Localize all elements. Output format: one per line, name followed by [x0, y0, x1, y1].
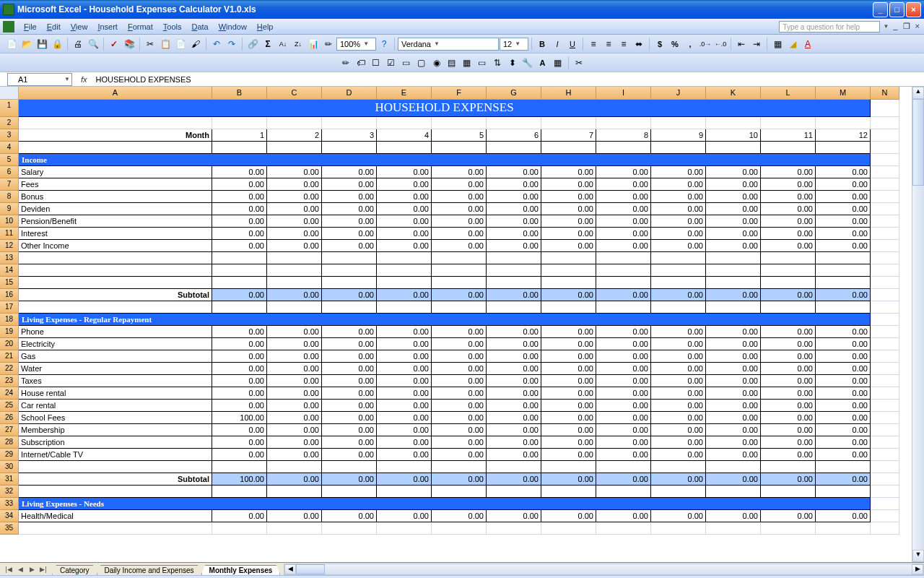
- data-cell[interactable]: 0.00: [541, 363, 596, 375]
- data-cell[interactable]: 0.00: [322, 203, 377, 215]
- data-cell[interactable]: 0.00: [432, 326, 487, 338]
- data-cell[interactable]: 0.00: [432, 375, 487, 387]
- row-header-24[interactable]: 24: [0, 387, 19, 400]
- cut-button[interactable]: ✂: [143, 37, 157, 51]
- vertical-scrollbar[interactable]: ▲ ▼: [912, 87, 924, 562]
- data-cell[interactable]: 0.00: [322, 191, 377, 203]
- spreadsheet-area[interactable]: ABCDEFGHIJKLMN1HOUSEHOLD EXPENSES23Month…: [0, 87, 924, 562]
- data-cell[interactable]: 0.00: [596, 387, 651, 400]
- data-cell[interactable]: 0.00: [541, 412, 596, 424]
- data-cell[interactable]: 0.00: [596, 375, 651, 387]
- data-cell[interactable]: 0.00: [487, 338, 541, 350]
- data-cell[interactable]: 0.00: [212, 400, 267, 412]
- zoom-combo[interactable]: 100%▼: [336, 38, 376, 51]
- scroll-thumb[interactable]: [912, 99, 924, 186]
- data-cell[interactable]: 0.00: [761, 449, 816, 461]
- col-header-M[interactable]: M: [816, 87, 871, 100]
- data-cell[interactable]: 0.00: [541, 203, 596, 215]
- col-header-H[interactable]: H: [541, 87, 596, 100]
- data-cell[interactable]: 0.00: [212, 436, 267, 449]
- data-cell[interactable]: 0.00: [322, 375, 377, 387]
- col-header-F[interactable]: F: [432, 87, 487, 100]
- data-cell[interactable]: 0.00: [322, 412, 377, 424]
- data-cell[interactable]: 0.00: [651, 400, 706, 412]
- data-cell[interactable]: 0.00: [267, 510, 322, 522]
- forms-btn-11[interactable]: ⇅: [490, 56, 505, 70]
- decrease-decimal-button[interactable]: ←.0: [713, 37, 728, 51]
- menu-view[interactable]: View: [66, 21, 93, 33]
- sheet-tab-daily-income-and-expenses[interactable]: Daily Income and Expenses: [97, 565, 202, 575]
- data-cell[interactable]: 0.00: [651, 412, 706, 424]
- data-cell[interactable]: 0.00: [377, 228, 432, 240]
- data-cell[interactable]: 0.00: [267, 240, 322, 252]
- font-color-button[interactable]: A: [801, 37, 815, 51]
- scroll-up-button[interactable]: ▲: [912, 87, 924, 99]
- data-cell[interactable]: 0.00: [596, 240, 651, 252]
- drawing-button[interactable]: ✏: [321, 37, 336, 51]
- data-cell[interactable]: 0.00: [651, 363, 706, 375]
- data-cell[interactable]: 0.00: [487, 178, 541, 191]
- data-cell[interactable]: 0.00: [377, 363, 432, 375]
- data-cell[interactable]: 0.00: [651, 191, 706, 203]
- data-cell[interactable]: 0.00: [267, 350, 322, 363]
- menu-help[interactable]: Help: [252, 21, 279, 33]
- forms-btn-2[interactable]: 🏷: [354, 56, 368, 70]
- data-cell[interactable]: 0.00: [322, 387, 377, 400]
- help-button[interactable]: ?: [377, 37, 391, 51]
- row-header-5[interactable]: 5: [0, 154, 19, 166]
- data-cell[interactable]: 0.00: [322, 350, 377, 363]
- data-cell[interactable]: 0.00: [377, 510, 432, 522]
- data-cell[interactable]: 0.00: [377, 166, 432, 178]
- data-cell[interactable]: 0.00: [267, 215, 322, 228]
- data-cell[interactable]: 0.00: [816, 203, 871, 215]
- forms-btn-5[interactable]: ▭: [399, 56, 414, 70]
- increase-decimal-button[interactable]: .0→: [698, 37, 712, 51]
- chart-button[interactable]: 📊: [306, 37, 321, 51]
- col-header-C[interactable]: C: [267, 87, 322, 100]
- row-header-14[interactable]: 14: [0, 264, 19, 277]
- sheet-tab-category[interactable]: Category: [52, 565, 97, 575]
- data-cell[interactable]: 0.00: [541, 436, 596, 449]
- data-cell[interactable]: 0.00: [541, 350, 596, 363]
- data-cell[interactable]: 0.00: [541, 387, 596, 400]
- forms-btn-7[interactable]: ◉: [430, 56, 444, 70]
- align-right-button[interactable]: ≡: [616, 37, 631, 51]
- data-cell[interactable]: 0.00: [212, 375, 267, 387]
- percent-button[interactable]: %: [668, 37, 682, 51]
- doc-close-button[interactable]: ×: [914, 22, 921, 30]
- menu-insert[interactable]: Insert: [92, 21, 123, 33]
- data-cell[interactable]: 0.00: [651, 338, 706, 350]
- data-cell[interactable]: 0.00: [541, 191, 596, 203]
- data-cell[interactable]: 0.00: [651, 424, 706, 436]
- data-cell[interactable]: 0.00: [816, 228, 871, 240]
- data-cell[interactable]: 0.00: [212, 510, 267, 522]
- data-cell[interactable]: 0.00: [322, 338, 377, 350]
- font-combo[interactable]: Verdana▼: [398, 38, 499, 51]
- row-header-25[interactable]: 25: [0, 400, 19, 412]
- data-cell[interactable]: 0.00: [267, 375, 322, 387]
- row-header-27[interactable]: 27: [0, 424, 19, 436]
- data-cell[interactable]: 0.00: [487, 424, 541, 436]
- row-header-35[interactable]: 35: [0, 522, 19, 535]
- data-cell[interactable]: 0.00: [432, 338, 487, 350]
- data-cell[interactable]: 0.00: [706, 203, 761, 215]
- hyperlink-button[interactable]: 🔗: [245, 37, 260, 51]
- row-header-21[interactable]: 21: [0, 350, 19, 363]
- data-cell[interactable]: 0.00: [816, 449, 871, 461]
- research-button[interactable]: 📚: [122, 37, 136, 51]
- help-search-input[interactable]: Type a question for help: [779, 21, 880, 33]
- data-cell[interactable]: 0.00: [432, 436, 487, 449]
- row-header-11[interactable]: 11: [0, 228, 19, 240]
- menu-file[interactable]: File: [19, 21, 42, 33]
- data-cell[interactable]: 0.00: [761, 387, 816, 400]
- data-cell[interactable]: 0.00: [432, 400, 487, 412]
- data-cell[interactable]: 0.00: [816, 326, 871, 338]
- menu-edit[interactable]: Edit: [42, 21, 66, 33]
- data-cell[interactable]: 0.00: [596, 166, 651, 178]
- doc-minimize-button[interactable]: _: [892, 22, 899, 30]
- data-cell[interactable]: 0.00: [212, 326, 267, 338]
- bold-button[interactable]: B: [535, 37, 549, 51]
- data-cell[interactable]: 0.00: [816, 350, 871, 363]
- data-cell[interactable]: 0.00: [596, 191, 651, 203]
- row-header-8[interactable]: 8: [0, 191, 19, 203]
